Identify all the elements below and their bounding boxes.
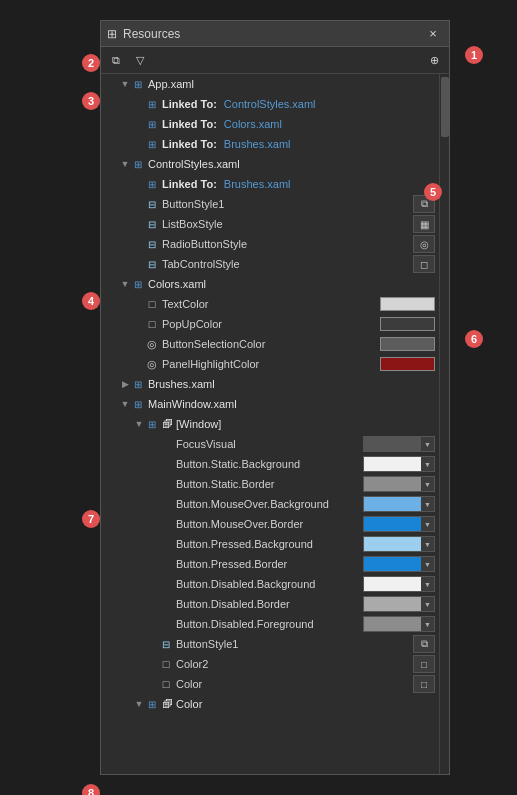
expand-icon: ▼: [119, 278, 131, 290]
swatch-dropdown-arrow[interactable]: ▼: [421, 517, 434, 531]
tree-item-btn-disabled-bg[interactable]: Button.Disabled.Background ▼: [101, 574, 439, 594]
expand-spacer: [133, 138, 145, 150]
tree-item-buttonselectioncolor[interactable]: ◎ ButtonSelectionColor: [101, 334, 439, 354]
buttonstyle1b-label: ButtonStyle1: [176, 638, 413, 650]
tree-item-textcolor[interactable]: □ TextColor: [101, 294, 439, 314]
swatch-dropdown-arrow[interactable]: ▼: [421, 437, 434, 451]
tabcontrolstyle-action[interactable]: ◻: [413, 255, 435, 273]
tree-item-focusvisual[interactable]: FocusVisual ▼: [101, 434, 439, 454]
swatch-dropdown-arrow[interactable]: ▼: [421, 537, 434, 551]
linked-brushes-label: Linked To: Brushes.xaml: [162, 138, 435, 150]
expand-spacer: [147, 618, 159, 630]
add-resource-button[interactable]: ⊕: [423, 50, 445, 70]
color-node-icon: ⊞: [145, 697, 159, 711]
callout-6: 6: [465, 330, 483, 348]
tree-item-linked-brushes[interactable]: Linked To: Brushes.xaml: [101, 134, 439, 154]
expand-icon: ▼: [119, 158, 131, 170]
tree-item-mainwindow[interactable]: ▼ MainWindow.xaml: [101, 394, 439, 414]
tree-item-listboxstyle[interactable]: ⊟ ListBoxStyle ▦: [101, 214, 439, 234]
tabcontrolstyle-label: TabControlStyle: [162, 258, 413, 270]
title-bar: ⊞ Resources ×: [101, 21, 449, 47]
tree-item-app-xaml[interactable]: ▼ App.xaml: [101, 74, 439, 94]
filter-button[interactable]: ▽: [129, 50, 151, 70]
color2-label: Color2: [176, 658, 413, 670]
tree-item-btn-static-border[interactable]: Button.Static.Border ▼: [101, 474, 439, 494]
tree-item-linked-colors[interactable]: Linked To: Colors.xaml: [101, 114, 439, 134]
link-icon: [145, 117, 159, 131]
radiobuttonstyle-action[interactable]: ◎: [413, 235, 435, 253]
doc-icon: [131, 397, 145, 411]
btn-static-border-label: Button.Static.Border: [176, 478, 363, 490]
none-icon: [159, 577, 173, 591]
color2-action[interactable]: □: [413, 655, 435, 673]
callout-2: 2: [82, 54, 100, 72]
tree-item-brushes[interactable]: ▶ Brushes.xaml: [101, 374, 439, 394]
expand-spacer: [147, 658, 159, 670]
style-icon: ⊟: [145, 257, 159, 271]
doc-icon: [131, 157, 145, 171]
tree-item-buttonstyle1[interactable]: ⊟ ButtonStyle1 ⧉: [101, 194, 439, 214]
swatch-dropdown-arrow[interactable]: ▼: [421, 457, 434, 471]
tree-item-linked-brushes2[interactable]: Linked To: Brushes.xaml: [101, 174, 439, 194]
expand-spacer: [147, 678, 159, 690]
color-icon: □: [145, 317, 159, 331]
buttonstyle1b-action[interactable]: ⧉: [413, 635, 435, 653]
close-button[interactable]: ×: [423, 25, 443, 43]
tree-item-color[interactable]: □ Color □: [101, 674, 439, 694]
swatch-dropdown-arrow[interactable]: ▼: [421, 477, 434, 491]
toolbar: ⧉ ▽ ⊕: [101, 47, 449, 74]
expand-icon: ▼: [119, 398, 131, 410]
tree-item-color-node[interactable]: ▼ ⊞ 🗊 Color: [101, 694, 439, 714]
tree-item-btn-mouseover-bg[interactable]: Button.MouseOver.Background ▼: [101, 494, 439, 514]
tree-item-btn-pressed-bg[interactable]: Button.Pressed.Background ▼: [101, 534, 439, 554]
tree-item-btn-static-bg[interactable]: Button.Static.Background ▼: [101, 454, 439, 474]
paste-button[interactable]: ⧉: [105, 50, 127, 70]
textcolor-label: TextColor: [162, 298, 380, 310]
swatch-dropdown-arrow[interactable]: ▼: [421, 617, 434, 631]
focusvisual-swatch: [364, 437, 421, 451]
expand-spacer: [133, 238, 145, 250]
tree-item-btn-disabled-border[interactable]: Button.Disabled.Border ▼: [101, 594, 439, 614]
tree-item-radiobuttonstyle[interactable]: ⊟ RadioButtonStyle ◎: [101, 234, 439, 254]
tree-item-buttonstyle1b[interactable]: ⊟ ButtonStyle1 ⧉: [101, 634, 439, 654]
expand-spacer: [133, 338, 145, 350]
expand-spacer: [147, 538, 159, 550]
btn-disabled-fg-label: Button.Disabled.Foreground: [176, 618, 363, 630]
expand-icon: ▼: [119, 78, 131, 90]
none-icon: [159, 597, 173, 611]
tree-item-color2[interactable]: □ Color2 □: [101, 654, 439, 674]
swatch-dropdown-arrow[interactable]: ▼: [421, 577, 434, 591]
swatch-dropdown-arrow[interactable]: ▼: [421, 497, 434, 511]
tree-item-btn-mouseover-border[interactable]: Button.MouseOver.Border ▼: [101, 514, 439, 534]
tree-item-btn-disabled-fg[interactable]: Button.Disabled.Foreground ▼: [101, 614, 439, 634]
app-xaml-label: App.xaml: [148, 78, 435, 90]
expand-spacer: [133, 358, 145, 370]
expand-spacer: [133, 178, 145, 190]
tree-item-colors[interactable]: ▼ Colors.xaml: [101, 274, 439, 294]
paste-icon: ⧉: [112, 54, 120, 67]
btn-mouseover-border-swatch: [364, 517, 421, 531]
scrollbar-thumb[interactable]: [441, 77, 449, 137]
panelhighlight-swatch: [380, 357, 435, 371]
tree-item-controlstyles[interactable]: ▼ ControlStyles.xaml: [101, 154, 439, 174]
btn-mouseover-bg-label: Button.MouseOver.Background: [176, 498, 363, 510]
callout-5: 5: [424, 183, 442, 201]
swatch-dropdown-arrow[interactable]: ▼: [421, 597, 434, 611]
tree-item-window-node[interactable]: ▼ ⊞ 🗊 [Window]: [101, 414, 439, 434]
swatch-dropdown-arrow[interactable]: ▼: [421, 557, 434, 571]
btn-pressed-border-swatch: [364, 557, 421, 571]
color-icon: ◎: [145, 337, 159, 351]
expand-spacer: [133, 258, 145, 270]
none-icon: [159, 457, 173, 471]
btn-disabled-border-label: Button.Disabled.Border: [176, 598, 363, 610]
scrollbar[interactable]: [439, 74, 449, 774]
linked-brushes2-label: Linked To: Brushes.xaml: [162, 178, 435, 190]
color-action[interactable]: □: [413, 675, 435, 693]
tree-item-tabcontrolstyle[interactable]: ⊟ TabControlStyle ◻: [101, 254, 439, 274]
listboxstyle-action[interactable]: ▦: [413, 215, 435, 233]
tree-item-linked-controlstyles[interactable]: Linked To: ControlStyles.xaml: [101, 94, 439, 114]
tree-item-panelhighlightcolor[interactable]: ◎ PanelHighlightColor: [101, 354, 439, 374]
expand-spacer: [147, 518, 159, 530]
tree-item-btn-pressed-border[interactable]: Button.Pressed.Border ▼: [101, 554, 439, 574]
tree-item-popupcolor[interactable]: □ PopUpColor: [101, 314, 439, 334]
